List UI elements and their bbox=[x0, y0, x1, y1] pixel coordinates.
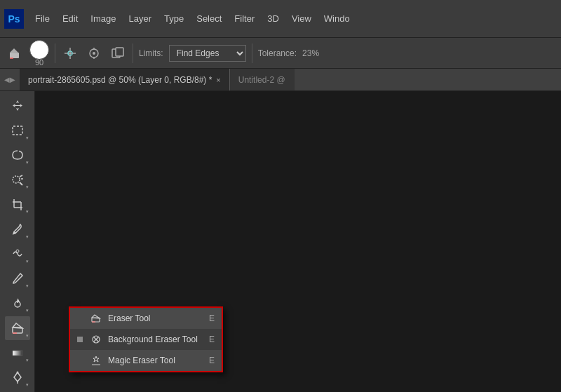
svg-rect-11 bbox=[116, 48, 123, 56]
eraser-context-menu: Eraser Tool E Background Eraser Tool E bbox=[69, 306, 223, 372]
tolerance-value[interactable]: 23% bbox=[302, 48, 319, 58]
svg-marker-1 bbox=[10, 48, 19, 53]
tab-untitled[interactable]: Untitled-2 @ bbox=[230, 69, 295, 90]
separator-1 bbox=[55, 43, 55, 63]
tab-scroll-arrows[interactable]: ◀▶ bbox=[0, 69, 20, 90]
brush-preview-wrapper[interactable]: 90 bbox=[29, 40, 49, 67]
crop-tool-btn[interactable]: ▾ bbox=[5, 193, 30, 216]
svg-rect-0 bbox=[10, 53, 19, 58]
svg-point-21 bbox=[13, 231, 15, 234]
bg-eraser-menu-icon bbox=[90, 333, 102, 346]
tab-untitled-label: Untitled-2 @ bbox=[238, 75, 285, 85]
toolbox: ▾ ▾ ▾ ▾ bbox=[0, 91, 35, 392]
tolerance-label: Tolerance: bbox=[258, 48, 297, 58]
clone-arrow: ▾ bbox=[26, 308, 29, 313]
separator-2 bbox=[133, 43, 133, 63]
menu-edit[interactable]: Edit bbox=[57, 11, 83, 27]
selected-indicator bbox=[77, 337, 83, 342]
options-bar: 90 Limits: Find Edges Contiguous Discont… bbox=[0, 38, 561, 69]
eraser-tool-btn[interactable]: ▾ bbox=[5, 316, 30, 339]
crop-arrow: ▾ bbox=[26, 209, 29, 215]
clone-stamp-btn[interactable]: ▾ bbox=[5, 292, 30, 315]
clone-source-icon[interactable] bbox=[109, 44, 127, 62]
eyedropper-arrow: ▾ bbox=[26, 234, 29, 240]
menu-layer[interactable]: Layer bbox=[123, 11, 158, 27]
main-area: ▾ ▾ ▾ ▾ bbox=[0, 91, 561, 392]
menu-bar: Ps File Edit Image Layer Type Select Fil… bbox=[0, 0, 561, 38]
tab-close-button[interactable]: × bbox=[216, 76, 220, 84]
svg-line-15 bbox=[20, 175, 22, 177]
lasso-arrow: ▾ bbox=[26, 160, 29, 165]
limits-dropdown[interactable]: Find Edges Contiguous Discontiguous bbox=[169, 45, 246, 62]
bg-eraser-tool-shortcut: E bbox=[209, 334, 215, 344]
limits-label: Limits: bbox=[139, 48, 163, 58]
healing-arrow: ▾ bbox=[26, 259, 29, 264]
brush-angle-icon[interactable] bbox=[61, 44, 79, 62]
menu-select[interactable]: Select bbox=[191, 11, 227, 27]
marquee-arrow: ▾ bbox=[26, 135, 29, 141]
menu-filter[interactable]: Filter bbox=[229, 11, 260, 27]
eraser-arrow: ▾ bbox=[26, 333, 29, 339]
brush-arrow: ▾ bbox=[26, 283, 29, 289]
svg-point-28 bbox=[16, 372, 18, 374]
menu-window[interactable]: Windo bbox=[318, 11, 356, 27]
tab-portrait-label: portrait-2865605.psd @ 50% (Layer 0, RGB… bbox=[28, 75, 212, 85]
svg-rect-27 bbox=[13, 351, 22, 356]
quick-select-arrow: ▾ bbox=[26, 184, 29, 190]
lasso-tool-btn[interactable]: ▾ bbox=[5, 144, 30, 167]
gradient-tool-btn[interactable]: ▾ bbox=[5, 342, 30, 365]
background-eraser-menu-item[interactable]: Background Eraser Tool E bbox=[70, 329, 222, 350]
gradient-arrow: ▾ bbox=[26, 358, 29, 363]
menu-3d[interactable]: 3D bbox=[262, 11, 285, 27]
brush-size: 90 bbox=[35, 58, 43, 67]
ps-logo: Ps bbox=[4, 9, 24, 29]
brush-settings-icon[interactable] bbox=[85, 44, 103, 62]
magic-eraser-tool-shortcut: E bbox=[209, 356, 215, 365]
magic-eraser-menu-item[interactable]: Magic Eraser Tool E bbox=[70, 350, 222, 371]
quick-select-tool-btn[interactable]: ▾ bbox=[5, 168, 30, 191]
svg-rect-12 bbox=[13, 126, 22, 135]
marquee-tool-btn[interactable]: ▾ bbox=[5, 119, 30, 142]
tab-bar: ◀▶ portrait-2865605.psd @ 50% (Layer 0, … bbox=[0, 69, 561, 91]
brush-circle[interactable] bbox=[29, 40, 49, 60]
svg-marker-31 bbox=[92, 315, 100, 318]
tab-portrait[interactable]: portrait-2865605.psd @ 50% (Layer 0, RGB… bbox=[20, 69, 230, 90]
healing-brush-btn[interactable]: ▾ bbox=[5, 243, 30, 266]
svg-marker-25 bbox=[13, 323, 22, 328]
eraser-tool-menu-item[interactable]: Eraser Tool E bbox=[70, 308, 222, 329]
eraser-options-icon bbox=[6, 44, 24, 62]
menu-file[interactable]: File bbox=[29, 11, 55, 27]
svg-point-22 bbox=[16, 250, 19, 252]
separator-3 bbox=[252, 43, 252, 63]
eraser-tool-shortcut: E bbox=[209, 313, 215, 323]
svg-point-13 bbox=[13, 176, 20, 183]
move-tool-btn[interactable] bbox=[5, 94, 30, 117]
svg-point-7 bbox=[93, 52, 95, 55]
pen-tool-btn[interactable]: ▾ bbox=[5, 366, 30, 389]
bg-eraser-tool-label: Background Eraser Tool bbox=[108, 334, 203, 344]
pen-arrow: ▾ bbox=[26, 382, 29, 388]
brush-tool-btn[interactable]: ▾ bbox=[5, 267, 30, 290]
canvas-area[interactable]: Eraser Tool E Background Eraser Tool E bbox=[35, 91, 561, 392]
eraser-menu-icon bbox=[90, 312, 102, 325]
svg-line-14 bbox=[20, 182, 22, 185]
menu-type[interactable]: Type bbox=[158, 11, 189, 27]
eyedropper-tool-btn[interactable]: ▾ bbox=[5, 217, 30, 241]
menu-image[interactable]: Image bbox=[85, 11, 121, 27]
eraser-tool-label: Eraser Tool bbox=[108, 313, 203, 323]
menu-view[interactable]: View bbox=[286, 11, 317, 27]
magic-eraser-tool-label: Magic Eraser Tool bbox=[108, 356, 203, 365]
magic-eraser-menu-icon bbox=[90, 354, 102, 367]
